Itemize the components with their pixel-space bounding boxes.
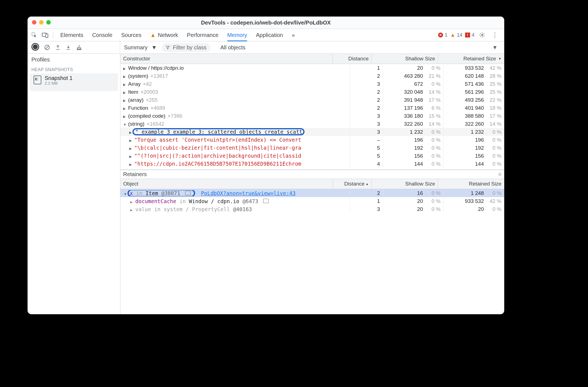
property-name: value bbox=[135, 206, 151, 212]
warning-count-badge[interactable]: ▲ 14 bbox=[450, 32, 462, 38]
disclosure-triangle-icon[interactable]: ▶ bbox=[129, 155, 133, 158]
disclosure-triangle-icon[interactable]: ▶ bbox=[130, 208, 134, 212]
col-label: Shallow Size bbox=[405, 56, 435, 62]
table-row[interactable]: ▶(compiled code)×73863336 18015 %388 580… bbox=[120, 112, 504, 120]
tab-performance[interactable]: Performance bbox=[187, 29, 219, 41]
col-object[interactable]: Object bbox=[120, 179, 333, 189]
export-icon[interactable] bbox=[55, 44, 61, 50]
retainers-body[interactable]: ▼x in Item @38071 PoLdbOX?anon=true&view… bbox=[120, 189, 504, 314]
retained-cell: 322 26014 % bbox=[444, 120, 504, 128]
tab-console[interactable]: Console bbox=[92, 29, 112, 41]
table-row[interactable]: ▶(array)×2552391 94817 %493 25622 % bbox=[120, 96, 504, 104]
hamburger-icon[interactable]: ≡ bbox=[498, 171, 501, 178]
col-retained-size[interactable]: Retained Size▼ bbox=[438, 54, 504, 64]
gc-broom-icon[interactable] bbox=[76, 44, 82, 50]
shallow-cell: 1920 % bbox=[383, 144, 444, 152]
scope-select[interactable]: All objects bbox=[220, 44, 246, 51]
retained-cell: 388 58017 % bbox=[444, 112, 504, 120]
col-shallow-size[interactable]: Shallow Size bbox=[372, 54, 438, 64]
device-toolbar-icon[interactable] bbox=[40, 30, 50, 40]
table-row[interactable]: ▶"^(?!on|src|(?:action|archive|backgroun… bbox=[120, 152, 504, 160]
close-window-button[interactable] bbox=[32, 20, 36, 25]
tabs-overflow-button[interactable]: » bbox=[292, 29, 295, 41]
table-row[interactable]: ▶"Torque assert 'Convert<uintptr>(endInd… bbox=[120, 136, 504, 144]
constructors-body[interactable]: ▶Window / https://cdpn.io1200 %933 53242… bbox=[120, 64, 504, 170]
constructor-cell: ▶"^(?!on|src|(?:action|archive|backgroun… bbox=[120, 152, 350, 160]
shallow-cell: 6720 % bbox=[383, 80, 444, 88]
distance-cell: 2 bbox=[350, 189, 383, 197]
instance-count: ×13817 bbox=[150, 73, 168, 79]
retained-cell: 561 29625 % bbox=[444, 88, 504, 96]
table-row[interactable]: ▶Array×4236720 %571 43625 % bbox=[120, 80, 504, 88]
retainer-row[interactable]: ▼x in Item @38071 PoLdbOX?anon=true&view… bbox=[120, 189, 504, 197]
disclosure-triangle-icon[interactable]: ▼ bbox=[123, 123, 126, 127]
col-distance[interactable]: Distance▲ bbox=[333, 179, 372, 189]
kebab-menu-icon[interactable]: ⋮ bbox=[490, 30, 500, 40]
minimize-window-button[interactable] bbox=[39, 20, 44, 25]
shallow-cell: 391 94817 % bbox=[383, 96, 444, 104]
issue-square-icon: ! bbox=[465, 33, 470, 37]
class-name: Item bbox=[145, 190, 158, 196]
col-label: Distance bbox=[344, 181, 365, 187]
disclosure-triangle-icon[interactable]: ▼ bbox=[124, 192, 128, 196]
tab-application[interactable]: Application bbox=[256, 29, 283, 41]
disclosure-triangle-icon[interactable]: ▶ bbox=[129, 139, 133, 143]
class-filter[interactable]: Filter by class bbox=[162, 43, 210, 52]
error-count: 1 bbox=[445, 32, 447, 38]
table-row[interactable]: ▶Item×200032320 04814 %561 29625 % bbox=[120, 88, 504, 96]
distance-cell: 3 bbox=[350, 128, 383, 136]
property-name: x bbox=[130, 190, 133, 196]
disclosure-triangle-icon[interactable]: ▶ bbox=[123, 83, 126, 87]
table-row[interactable]: ▶"https://cdpn.io2AC766158D5B7507E170156… bbox=[120, 160, 504, 168]
col-distance[interactable]: Distance bbox=[333, 54, 372, 64]
source-link[interactable]: PoLdbOX?anon=true&view=live:43 bbox=[201, 190, 296, 196]
distance-cell: 2 bbox=[350, 72, 383, 80]
table-row[interactable]: ▼(string)×165423322 26014 %322 26014 % bbox=[120, 120, 504, 128]
table-row[interactable]: ▶" example 3 example 3: scattered object… bbox=[120, 128, 504, 136]
tab-elements[interactable]: Elements bbox=[60, 29, 83, 41]
constructors-header-row: Constructor Distance Shallow Size Retain… bbox=[120, 54, 504, 64]
constructor-cell: ▶(system)×13817 bbox=[120, 72, 350, 80]
disclosure-triangle-icon[interactable]: ▶ bbox=[130, 200, 134, 204]
disclosure-triangle-icon[interactable]: ▶ bbox=[123, 91, 126, 95]
col-label: Shallow Size bbox=[405, 181, 435, 187]
record-icon[interactable] bbox=[31, 43, 39, 52]
clear-icon[interactable] bbox=[44, 44, 50, 50]
view-select[interactable]: Summary ▼ bbox=[124, 44, 157, 51]
panel-tabbar: Elements Console Sources ▲Network Perfor… bbox=[28, 29, 504, 41]
disclosure-triangle-icon[interactable]: ▶ bbox=[123, 67, 126, 71]
object-chip-icon bbox=[263, 199, 269, 203]
col-shallow-size[interactable]: Shallow Size bbox=[372, 179, 438, 189]
col-constructor[interactable]: Constructor bbox=[120, 54, 333, 64]
snapshot-item[interactable]: Snapshot 1 2.2 MB bbox=[30, 73, 118, 91]
retainer-row[interactable]: ▶value in system / PropertyCell @4016332… bbox=[120, 205, 504, 213]
retainer-row[interactable]: ▶documentCache in Window / cdpn.io @6473… bbox=[120, 197, 504, 205]
constructor-cell: ▶"Torque assert 'Convert<uintptr>(endInd… bbox=[120, 136, 350, 144]
issue-count-badge[interactable]: ! 4 bbox=[465, 32, 474, 38]
table-row[interactable]: ▶Function×46892137 1966 %401 94018 % bbox=[120, 104, 504, 112]
col-retained-size[interactable]: Retained Size bbox=[438, 179, 504, 189]
tab-sources[interactable]: Sources bbox=[121, 29, 141, 41]
chevron-down-icon[interactable]: ▼ bbox=[492, 44, 498, 51]
constructor-name: (array) bbox=[128, 97, 144, 103]
settings-gear-icon[interactable] bbox=[477, 30, 487, 40]
disclosure-triangle-icon[interactable]: ▶ bbox=[123, 107, 126, 111]
disclosure-triangle-icon[interactable]: ▶ bbox=[123, 115, 126, 119]
import-icon[interactable] bbox=[66, 44, 71, 50]
tab-network[interactable]: ▲Network bbox=[150, 29, 178, 41]
table-row[interactable]: ▶"\b(calc|cubic-bezier|fit-content|hsl|h… bbox=[120, 144, 504, 152]
disclosure-triangle-icon[interactable]: ▶ bbox=[129, 131, 133, 135]
constructor-cell: ▶Window / https://cdpn.io bbox=[120, 64, 350, 72]
zoom-window-button[interactable] bbox=[46, 20, 51, 25]
tab-memory[interactable]: Memory bbox=[227, 29, 247, 41]
sort-desc-icon: ▼ bbox=[498, 57, 501, 61]
error-count-badge[interactable]: ✕ 1 bbox=[438, 32, 447, 38]
inspect-element-icon[interactable] bbox=[29, 30, 39, 40]
disclosure-triangle-icon[interactable]: ▶ bbox=[129, 147, 133, 150]
disclosure-triangle-icon[interactable]: ▶ bbox=[123, 75, 126, 79]
table-row[interactable]: ▶(system)×138172463 28021 %620 14828 % bbox=[120, 72, 504, 80]
snapshot-size: 2.2 MB bbox=[45, 81, 72, 85]
disclosure-triangle-icon[interactable]: ▶ bbox=[123, 99, 126, 103]
disclosure-triangle-icon[interactable]: ▶ bbox=[129, 163, 133, 166]
table-row[interactable]: ▶Window / https://cdpn.io1200 %933 53242… bbox=[120, 64, 504, 72]
